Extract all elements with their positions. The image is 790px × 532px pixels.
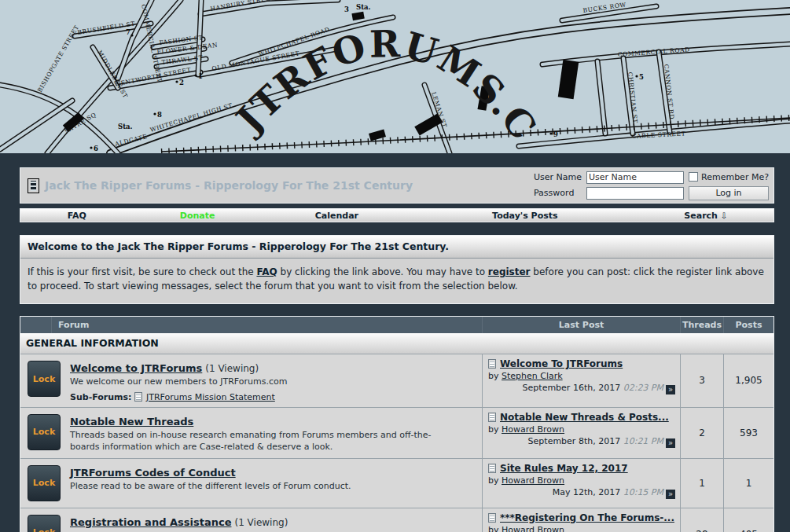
faq-link[interactable]: FAQ: [256, 266, 277, 277]
last-post-author[interactable]: Stephen Clark: [502, 371, 563, 381]
last-post-author[interactable]: Howard Brown: [502, 525, 564, 532]
nav-todays-posts[interactable]: Today's Posts: [412, 211, 638, 221]
last-post-date: September 8th, 2017: [528, 436, 621, 446]
posts-count: 1: [723, 459, 773, 508]
forum-link[interactable]: Welcome to JTRForums: [70, 362, 202, 374]
title-group: Jack The Ripper Forums - Ripperology For…: [28, 178, 413, 193]
map-marker: 8: [157, 111, 162, 119]
threads-count: 3: [680, 354, 723, 407]
forum-info: JTRForums Codes of Conduct Please read t…: [70, 464, 351, 503]
page-content: Jack The Ripper Forums - Ripperology For…: [20, 167, 774, 532]
viewing-count: (1 Viewing): [234, 517, 288, 528]
last-post-date: September 16th, 2017: [523, 383, 621, 393]
goto-last-post-icon[interactable]: »: [666, 490, 675, 499]
login-button[interactable]: Log in: [689, 186, 769, 200]
remember-me-checkbox[interactable]: [689, 172, 698, 182]
site-logo: JTRFORUMS.COM: [0, 0, 546, 149]
forum-info: Registration and Assistance(1 Viewing) A…: [70, 513, 288, 532]
last-post-author[interactable]: Howard Brown: [502, 424, 564, 435]
map-marker: 2: [179, 79, 184, 86]
last-post-page-icon[interactable]: [488, 464, 496, 473]
remember-me: Remember Me?: [689, 172, 769, 182]
password-input[interactable]: [586, 187, 684, 200]
forum-description: Threads based on in-house research emana…: [70, 430, 447, 453]
table-header: Forum Last Post Threads Posts: [20, 317, 773, 333]
last-post-page-icon[interactable]: [488, 413, 496, 422]
nav-calendar[interactable]: Calendar: [262, 211, 413, 221]
last-post-page-icon[interactable]: [488, 359, 496, 369]
goto-last-post-icon[interactable]: »: [666, 385, 675, 394]
last-post-link[interactable]: Welcome To JTRForums: [500, 358, 623, 369]
posts-count: 593: [723, 408, 773, 458]
lock-icon: Lock: [28, 465, 61, 501]
last-post-time: 02:23 PM: [623, 383, 663, 393]
street-label: HANBURY STREET: [210, 0, 276, 13]
subforums-line: Sub-Forums: JTRForums Mission Statement: [70, 392, 287, 402]
last-post-cell: Notable New Threads & Posts... by Howard…: [482, 408, 680, 458]
street-label: CABLE STREET: [632, 130, 686, 140]
intro-text: If this is your first visit, be sure to …: [28, 266, 256, 277]
welcome-heading: Welcome to the Jack The Ripper Forums - …: [20, 236, 773, 259]
map-marker: 3: [344, 6, 349, 13]
last-post-page-icon[interactable]: [488, 513, 496, 523]
forum-info: Welcome to JTRForums(1 Viewing) We welco…: [70, 359, 287, 402]
register-link[interactable]: register: [488, 266, 531, 277]
threads-count: 1: [680, 459, 723, 508]
map-marker: Sta.: [118, 123, 133, 130]
header-last-post: Last Post: [482, 317, 680, 333]
forum-link[interactable]: JTRForums Codes of Conduct: [70, 467, 236, 479]
table-row: Lock JTRForums Codes of Conduct Please r…: [20, 459, 773, 508]
table-row: Lock Registration and Assistance(1 Viewi…: [20, 508, 773, 532]
category-general-information[interactable]: GENERAL INFORMATION: [20, 333, 773, 354]
remember-me-label: Remember Me?: [701, 172, 769, 182]
last-post-cell: ***Registering On The Forums-... by Howa…: [482, 508, 680, 532]
welcome-box: Welcome to the Jack The Ripper Forums - …: [20, 235, 774, 304]
map-marker: 5: [639, 73, 644, 81]
forum-cell: Lock JTRForums Codes of Conduct Please r…: [20, 459, 482, 508]
posts-count: 1,905: [723, 354, 773, 407]
last-post-cell: Site Rules May 12, 2017 by Howard Brown …: [482, 459, 680, 508]
subforum-page-icon: [134, 392, 142, 402]
forum-description: Please read to be aware of the different…: [70, 481, 351, 493]
search-dropdown-icon[interactable]: ⇩: [721, 211, 727, 220]
login-form: User Name Remember Me? Password Log in: [534, 171, 769, 200]
nav-faq[interactable]: FAQ: [20, 211, 134, 221]
last-post-link[interactable]: Site Rules May 12, 2017: [500, 463, 628, 474]
posts-count: 405: [723, 508, 773, 532]
lock-icon: Lock: [28, 414, 61, 450]
nav-bar: FAQ Donate Calendar Today's Posts Search…: [20, 208, 774, 222]
nav-search[interactable]: Search ⇩: [638, 211, 773, 221]
header-icon-col: [20, 317, 52, 333]
subforum-link[interactable]: JTRForums Mission Statement: [146, 392, 275, 402]
forum-cell: Lock Registration and Assistance(1 Viewi…: [20, 508, 482, 532]
password-label: Password: [534, 188, 582, 198]
last-post-author[interactable]: Howard Brown: [502, 475, 564, 486]
header-posts: Posts: [723, 317, 773, 333]
lock-icon: Lock: [28, 361, 61, 397]
lock-icon: Lock: [28, 515, 61, 532]
forum-cell: Lock Notable New Threads Threads based o…: [20, 408, 482, 458]
map-marker: 1: [198, 72, 203, 80]
map-banner: BISHOPGATE STREET BRUSHFIELD ST COMMERCI…: [0, 0, 790, 153]
header-threads: Threads: [680, 317, 723, 333]
goto-last-post-icon[interactable]: »: [666, 438, 675, 448]
last-post-link[interactable]: Notable New Threads & Posts...: [500, 412, 669, 423]
header-forum: Forum: [52, 317, 482, 333]
street-label: BISHOPGATE STREET: [36, 24, 80, 94]
threads-count: 28: [680, 508, 723, 532]
table-row: Lock Notable New Threads Threads based o…: [20, 408, 773, 459]
forum-link[interactable]: Notable New Threads: [70, 416, 193, 427]
last-post-link[interactable]: ***Registering On The Forums-...: [500, 512, 674, 523]
viewing-count: (1 Viewing): [205, 363, 259, 374]
forum-home-icon: [28, 178, 39, 193]
username-input[interactable]: [586, 171, 684, 184]
forum-link[interactable]: Registration and Assistance: [70, 516, 231, 528]
whitechapel-map: BISHOPGATE STREET BRUSHFIELD ST COMMERCI…: [0, 0, 790, 153]
nav-donate[interactable]: Donate: [134, 211, 262, 221]
street-label: COMMERCIAL ROAD: [618, 46, 690, 58]
last-post-cell: Welcome To JTRForums by Stephen Clark Se…: [482, 354, 680, 407]
map-marker: 6: [94, 145, 98, 152]
map-marker: 7: [126, 28, 130, 36]
map-marker: 9: [553, 130, 558, 138]
username-label: User Name: [534, 172, 582, 182]
